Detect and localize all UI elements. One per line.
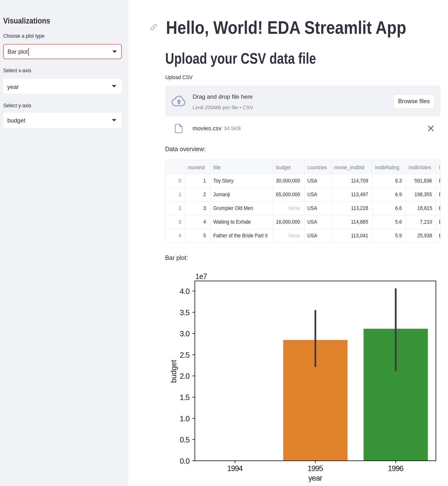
svg-text:3.5: 3.5 xyxy=(180,308,190,317)
svg-text:1e7: 1e7 xyxy=(195,272,207,281)
svg-text:0.0: 0.0 xyxy=(180,457,190,465)
svg-text:1995: 1995 xyxy=(307,464,323,473)
svg-text:year: year xyxy=(308,474,322,482)
svg-text:4.0: 4.0 xyxy=(180,287,190,296)
svg-text:budget: budget xyxy=(169,360,178,383)
svg-text:1994: 1994 xyxy=(227,464,243,473)
svg-text:1996: 1996 xyxy=(388,464,403,473)
svg-text:1.5: 1.5 xyxy=(180,393,190,402)
svg-text:2.5: 2.5 xyxy=(180,351,190,359)
svg-text:3.0: 3.0 xyxy=(180,329,190,338)
svg-text:0.5: 0.5 xyxy=(180,436,190,444)
svg-text:2.0: 2.0 xyxy=(180,372,190,380)
svg-text:1.0: 1.0 xyxy=(180,414,190,423)
